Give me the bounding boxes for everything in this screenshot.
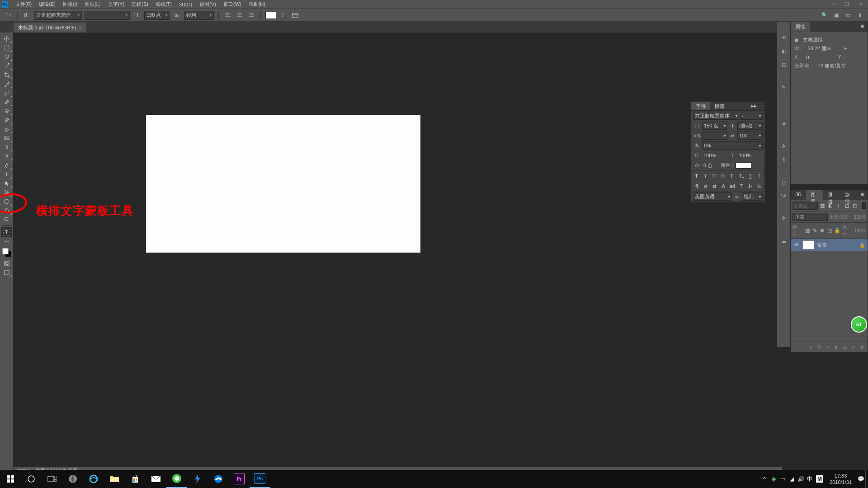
tray-battery-icon[interactable]: ▭ <box>778 470 787 488</box>
menu-type[interactable]: 文字(Y) <box>104 0 128 9</box>
filter-adjust-icon[interactable]: ◐ <box>827 202 834 209</box>
maximize-button[interactable]: ❐ <box>841 0 853 9</box>
char-leading-dropdown[interactable]: (自动)▾ <box>737 122 763 130</box>
filter-smart-icon[interactable]: ◫ <box>851 202 859 209</box>
lock-position-icon[interactable]: ✥ <box>819 227 825 234</box>
char-hscale[interactable]: 100% <box>737 151 763 160</box>
navigator-panel-icon[interactable]: ◳ <box>779 177 789 187</box>
start-button[interactable] <box>0 470 21 488</box>
arrange-documents-icon[interactable]: ▦ <box>832 11 841 20</box>
warp-text-button[interactable]: T <box>279 11 288 20</box>
link-layers-icon[interactable]: ⚭ <box>807 343 814 351</box>
layer-thumbnail[interactable] <box>802 240 814 249</box>
layer-visibility-icon[interactable]: 👁 <box>793 242 800 248</box>
char-aa-dropdown[interactable]: 锐利▾ <box>742 192 763 201</box>
ligature-t-button[interactable]: T <box>738 183 745 190</box>
properties-tab[interactable]: 属性 <box>791 22 810 32</box>
glyphs-panel-icon[interactable]: ᴬA <box>779 191 789 201</box>
share-icon[interactable]: ⇧ <box>855 11 864 20</box>
history-panel-icon[interactable]: ⟲ <box>779 33 789 42</box>
color-swatches[interactable] <box>2 248 11 257</box>
tool-preset-icon[interactable]: T <box>4 11 13 20</box>
text-orientation-toggle[interactable]: ⇵ <box>22 11 31 20</box>
pen-tool[interactable] <box>1 161 12 170</box>
char-scale-dropdown[interactable]: 0%▾ <box>702 141 763 150</box>
filter-shape-icon[interactable]: ◻ <box>843 202 850 209</box>
character-panel-icon[interactable]: A <box>779 141 789 151</box>
path-selection-tool[interactable] <box>1 179 12 188</box>
clone-source-icon[interactable]: ◈ <box>779 118 789 128</box>
underline-button[interactable]: T <box>746 172 754 179</box>
text-color-swatch[interactable] <box>265 12 276 19</box>
font-size-dropdown[interactable]: 150 点▾ <box>144 11 170 20</box>
opacity-value[interactable]: 100% <box>854 215 866 220</box>
menu-layer[interactable]: 图层(L) <box>81 0 104 9</box>
eyedropper-tool[interactable] <box>1 80 12 89</box>
char-panel-collapse[interactable]: ▸▸ ≡ <box>748 102 764 110</box>
brush-tool[interactable] <box>1 98 12 107</box>
lock-all-icon[interactable]: 🔒 <box>834 227 840 234</box>
filter-type-icon[interactable]: T <box>835 202 842 209</box>
antialias-dropdown[interactable]: 锐利▾ <box>184 11 214 20</box>
strikethrough-button[interactable]: T <box>755 172 763 179</box>
ligature-1st-button[interactable]: 1ˢ <box>746 183 754 190</box>
color-panel-icon[interactable]: ◐ <box>779 46 789 56</box>
paragraph-panel-icon[interactable]: ¶ <box>779 155 789 164</box>
app-360[interactable] <box>166 470 187 488</box>
align-center-button[interactable] <box>235 11 244 20</box>
bold-button[interactable]: T <box>693 172 700 179</box>
3d-tab[interactable]: 3D <box>791 190 806 200</box>
new-layer-icon[interactable]: ◻ <box>850 343 857 351</box>
floating-badge[interactable]: 51 <box>851 316 867 333</box>
delete-layer-icon[interactable]: 🗑 <box>859 343 866 351</box>
app-explorer[interactable] <box>104 470 125 488</box>
menu-edit[interactable]: 编辑(E) <box>35 0 59 9</box>
menu-window[interactable]: 窗口(W) <box>220 0 245 9</box>
eraser-tool[interactable] <box>1 125 12 134</box>
app-premiere[interactable]: Pr <box>229 470 250 488</box>
brushes-panel-icon[interactable]: ✎ <box>779 82 789 92</box>
tray-ime1[interactable]: 中 <box>805 470 814 488</box>
tray-wifi-icon[interactable]: ◢ <box>787 470 796 488</box>
superscript-button[interactable]: T¹ <box>729 172 736 179</box>
foreground-color[interactable] <box>2 248 9 254</box>
char-vscale[interactable]: 100% <box>702 151 727 160</box>
char-size-dropdown[interactable]: 150 点▾ <box>702 122 727 130</box>
layer-mask-icon[interactable]: ◻ <box>824 343 831 351</box>
filter-toggle[interactable] <box>862 202 866 209</box>
filter-pixel-icon[interactable]: ▨ <box>819 202 826 209</box>
font-style-dropdown[interactable]: -▾ <box>85 11 130 20</box>
show-desktop-button[interactable] <box>865 470 868 488</box>
zoom-tool[interactable] <box>1 215 12 224</box>
panel-menu-icon[interactable]: ≡ <box>858 22 868 32</box>
document-tab-close[interactable]: × <box>79 25 82 30</box>
italic-button[interactable]: T <box>702 172 709 179</box>
magic-wand-tool[interactable] <box>1 61 12 70</box>
layers-panel-menu[interactable]: ≡ <box>858 190 868 200</box>
allcaps-button[interactable]: TT <box>711 172 718 179</box>
ligature-a-button[interactable]: A <box>720 183 727 190</box>
char-color-swatch[interactable] <box>736 162 752 169</box>
layer-filter-dropdown[interactable] <box>793 202 818 210</box>
smallcaps-button[interactable]: Tᴛ <box>720 172 727 179</box>
char-style-dropdown[interactable]: -▾ <box>740 112 763 120</box>
app-photoshop[interactable]: Ps <box>250 470 270 488</box>
tray-ime2[interactable]: M <box>816 475 823 483</box>
layer-lock-icon[interactable]: 🔒 <box>859 243 865 248</box>
menu-file[interactable]: 文件(F) <box>12 0 35 9</box>
char-language-dropdown[interactable]: 美国英语▾ <box>693 192 732 201</box>
edit-toolbar[interactable]: ⋯ <box>1 237 12 246</box>
blur-tool[interactable] <box>1 143 12 152</box>
app-ie[interactable] <box>83 470 104 488</box>
clone-stamp-tool[interactable] <box>1 107 12 116</box>
healing-brush-tool[interactable] <box>1 89 12 98</box>
align-right-button[interactable] <box>247 11 256 20</box>
char-tracking-dropdown[interactable]: 100▾ <box>737 131 763 140</box>
cortana-button[interactable] <box>21 470 42 488</box>
history-brush-tool[interactable] <box>1 116 12 125</box>
gradient-tool[interactable] <box>1 134 12 143</box>
move-tool[interactable] <box>1 34 12 43</box>
swatches-panel-icon[interactable]: ▤ <box>779 60 789 70</box>
type-tool[interactable]: T <box>1 170 12 179</box>
brush-settings-icon[interactable]: ≡ <box>779 96 789 106</box>
